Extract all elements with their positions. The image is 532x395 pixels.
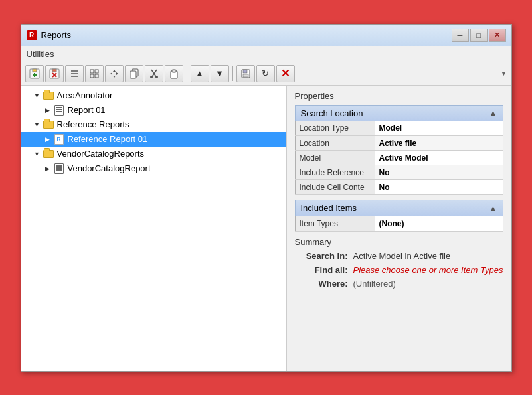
svg-marker-16: [113, 76, 116, 78]
window-title: Reports: [41, 30, 72, 40]
search-location-section: Search Location ▲ Location Type Model Lo…: [295, 105, 503, 195]
prop-value-location: Active file: [375, 136, 503, 151]
expand-area-annotator[interactable]: [32, 90, 43, 101]
svg-rect-28: [243, 70, 247, 73]
move-button[interactable]: [105, 65, 124, 82]
included-items-section: Included Items ▲ Item Types (None): [295, 200, 503, 232]
expand-vendor-catalog-reports[interactable]: [32, 149, 43, 159]
svg-rect-13: [90, 74, 94, 78]
summary-label-where: Where:: [295, 279, 348, 289]
minimize-button[interactable]: ─: [452, 29, 469, 42]
prop-label-location: Location: [295, 136, 375, 151]
included-items-chevron: ▲: [489, 204, 497, 213]
search-location-label: Search Location: [301, 108, 363, 118]
toolbar: ▲ ▼ ↻ ✕ ▼: [21, 62, 511, 86]
table-row: Location Type Model: [295, 121, 503, 136]
menu-bar: Utilities: [21, 46, 511, 62]
expand-reference-report-01[interactable]: [43, 134, 53, 145]
toolbar-overflow[interactable]: ▼: [501, 70, 507, 77]
svg-rect-5: [52, 69, 56, 72]
table-row: Model Active Model: [295, 151, 503, 165]
tree-item-vendor-catalog-reports[interactable]: VendorCatalogReports: [21, 147, 286, 161]
summary-row-where: Where: (Unfiltered): [295, 279, 503, 289]
search-location-header[interactable]: Search Location ▲: [295, 105, 503, 121]
svg-rect-26: [172, 70, 176, 72]
prop-value-item-types: (None): [375, 216, 503, 231]
folder-icon-reference-reports: [43, 119, 54, 130]
included-items-table: Item Types (None): [295, 216, 503, 232]
included-items-label: Included Items: [301, 203, 357, 213]
report-icon-vendor: [53, 163, 65, 174]
copy-button[interactable]: [125, 65, 143, 82]
expand-report-01[interactable]: [43, 105, 53, 116]
save-button[interactable]: [236, 65, 255, 82]
utilities-menu[interactable]: Utilities: [27, 49, 54, 59]
ref-report-icon: R: [53, 134, 65, 145]
svg-rect-12: [95, 70, 98, 73]
title-bar-left: R Reports: [27, 30, 72, 40]
tree-item-reference-reports[interactable]: Reference Reports: [21, 118, 286, 132]
tree-item-reference-report-01[interactable]: R Reference Report 01: [21, 132, 286, 147]
label-reference-report-01: Reference Report 01: [68, 134, 148, 144]
summary-label-find-all: Find all:: [295, 265, 348, 275]
summary-value-where: (Unfiltered): [353, 279, 396, 289]
svg-point-24: [155, 76, 158, 78]
included-items-header[interactable]: Included Items ▲: [295, 200, 503, 216]
tree-item-report-01[interactable]: Report 01: [21, 103, 286, 118]
svg-rect-14: [95, 74, 98, 78]
label-vendor-catalog-report: VendorCatalogReport: [68, 163, 151, 173]
table-row: Location Active file: [295, 136, 503, 151]
svg-rect-1: [33, 69, 37, 72]
prop-label-location-type: Location Type: [295, 121, 375, 136]
prop-value-include-cell: No: [375, 180, 503, 195]
prop-value-include-reference: No: [375, 165, 503, 180]
prop-label-item-types: Item Types: [295, 216, 375, 231]
properties-panel: Properties Search Location ▲ Location Ty…: [287, 86, 511, 371]
toolbar-separator-1: [187, 66, 187, 81]
grid-button[interactable]: [85, 65, 104, 82]
tree-item-area-annotator[interactable]: AreaAnnotator: [21, 88, 286, 103]
summary-value-search-in: Active Model in Active file: [353, 251, 451, 261]
prop-value-location-type: Model: [375, 121, 503, 136]
svg-marker-18: [116, 72, 118, 75]
svg-rect-11: [90, 70, 94, 73]
list-button[interactable]: [65, 65, 84, 82]
svg-marker-17: [110, 72, 112, 75]
prop-label-model: Model: [295, 151, 375, 165]
maximize-button[interactable]: □: [470, 29, 488, 42]
delete-button[interactable]: [45, 65, 64, 82]
summary-label-search-in: Search in:: [295, 251, 348, 261]
up-button[interactable]: ▲: [191, 65, 209, 82]
summary-section: Summary Search in: Active Model in Activ…: [295, 237, 503, 289]
title-bar: R Reports ─ □ ✕: [21, 25, 511, 46]
prop-label-include-cell: Include Cell Conte: [295, 180, 375, 195]
toolbar-separator-2: [232, 66, 233, 81]
prop-label-include-reference: Include Reference: [295, 165, 375, 180]
table-row: Include Cell Conte No: [295, 180, 503, 195]
table-row: Item Types (None): [295, 216, 503, 231]
main-window: R Reports ─ □ ✕ Utilities: [21, 24, 512, 372]
expand-reference-reports[interactable]: [32, 119, 43, 130]
summary-title: Summary: [295, 237, 503, 247]
cut-button[interactable]: [145, 65, 163, 82]
folder-icon-vendor: [43, 149, 54, 159]
svg-rect-29: [243, 74, 248, 77]
svg-point-23: [150, 76, 153, 78]
properties-title: Properties: [295, 91, 503, 101]
summary-row-search-in: Search in: Active Model in Active file: [295, 251, 503, 261]
svg-rect-20: [130, 71, 136, 78]
summary-row-find-all: Find all: Please choose one or more Item…: [295, 265, 503, 275]
window-close-button[interactable]: ✕: [489, 29, 506, 42]
table-row: Include Reference No: [295, 165, 503, 180]
paste-button[interactable]: [165, 65, 183, 82]
refresh-button[interactable]: ↻: [256, 65, 275, 82]
close-red-button[interactable]: ✕: [276, 65, 295, 82]
title-buttons: ─ □ ✕: [452, 29, 506, 42]
folder-icon-area-annotator: [43, 90, 54, 101]
down-button[interactable]: ▼: [211, 65, 229, 82]
report-icon-report-01: [53, 105, 65, 116]
expand-vendor-catalog-report[interactable]: [43, 163, 53, 174]
prop-value-model: Active Model: [375, 151, 503, 165]
tree-item-vendor-catalog-report[interactable]: VendorCatalogReport: [21, 161, 286, 176]
add-button[interactable]: [25, 65, 44, 82]
